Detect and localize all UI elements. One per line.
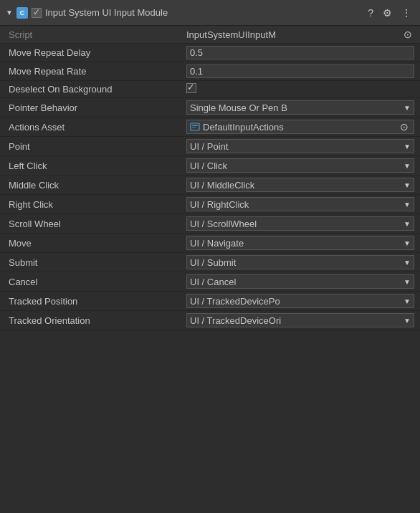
dropdown-arrow-icon-3: ▼ xyxy=(404,104,411,112)
row: Left Click UI / Click ▼ xyxy=(0,156,420,176)
row-label-3: Pointer Behavior xyxy=(9,102,186,113)
row: Right Click UI / RightClick ▼ xyxy=(0,195,420,214)
dropdown-arrow-icon-7: ▼ xyxy=(404,181,411,189)
row-value-7: UI / MiddleClick ▼ xyxy=(186,178,414,192)
row-label-12: Cancel xyxy=(9,277,186,287)
row-value-11: UI / Submit ▼ xyxy=(186,255,414,269)
row-value-1 xyxy=(186,64,414,78)
dropdown-arrow-icon-12: ▼ xyxy=(404,278,411,286)
dropdown-6[interactable]: UI / Click ▼ xyxy=(186,158,414,173)
dropdown-text-11: UI / Submit xyxy=(190,257,401,268)
row: Tracked Orientation UI / TrackedDeviceOr… xyxy=(0,311,420,330)
row-label-1: Move Repeat Rate xyxy=(9,66,186,77)
dropdown-7[interactable]: UI / MiddleClick ▼ xyxy=(186,178,414,192)
svg-rect-2 xyxy=(192,127,196,128)
dropdown-text-8: UI / RightClick xyxy=(190,199,401,210)
row-label-11: Submit xyxy=(9,257,186,268)
row-value-12: UI / Cancel ▼ xyxy=(186,274,414,289)
row-value-13: UI / TrackedDevicePo ▼ xyxy=(186,294,414,308)
row-label-7: Middle Click xyxy=(9,180,186,191)
script-row: Script InputSystemUIInputM ⊙ xyxy=(0,26,420,44)
row-label-2: Deselect On Background xyxy=(9,84,186,95)
dropdown-arrow-icon-5: ▼ xyxy=(404,143,411,150)
dropdown-5[interactable]: UI / Point ▼ xyxy=(186,139,414,153)
dropdown-text-6: UI / Click xyxy=(190,160,401,171)
number-input-0[interactable] xyxy=(186,46,414,59)
row: Tracked Position UI / TrackedDevicePo ▼ xyxy=(0,292,420,311)
row: Move Repeat Rate xyxy=(0,62,420,81)
row-value-8: UI / RightClick ▼ xyxy=(186,197,414,211)
row: Actions Asset DefaultInputActions ⊙ xyxy=(0,118,420,137)
dropdown-3[interactable]: Single Mouse Or Pen B ▼ xyxy=(186,100,414,115)
collapse-arrow-icon[interactable]: ▼ xyxy=(6,9,13,16)
row-value-3: Single Mouse Or Pen B ▼ xyxy=(186,100,414,115)
dropdown-text-5: UI / Point xyxy=(190,141,401,152)
asset-target-button-4[interactable]: ⊙ xyxy=(398,120,411,133)
dropdown-12[interactable]: UI / Cancel ▼ xyxy=(186,274,414,289)
row: Pointer Behavior Single Mouse Or Pen B ▼ xyxy=(0,98,420,118)
help-button[interactable]: ? xyxy=(365,6,376,20)
dropdown-arrow-icon-13: ▼ xyxy=(404,297,411,305)
row: Cancel UI / Cancel ▼ xyxy=(0,272,420,292)
more-options-button[interactable]: ⋮ xyxy=(398,6,414,20)
dropdown-arrow-icon-6: ▼ xyxy=(404,162,411,170)
row-label-14: Tracked Orientation xyxy=(9,315,186,326)
row-label-13: Tracked Position xyxy=(9,296,186,307)
row: Deselect On Background xyxy=(0,81,420,98)
dropdown-text-9: UI / ScrollWheel xyxy=(190,219,401,229)
number-input-1[interactable] xyxy=(186,64,414,78)
dropdown-8[interactable]: UI / RightClick ▼ xyxy=(186,197,414,211)
asset-icon-4 xyxy=(190,122,200,132)
row-label-10: Move xyxy=(9,238,186,249)
row-label-0: Move Repeat Delay xyxy=(9,47,186,58)
row-value-9: UI / ScrollWheel ▼ xyxy=(186,216,414,231)
component-header: ▼ C Input System UI Input Module ? ⚙ ⋮ xyxy=(0,0,420,26)
row-label-4: Actions Asset xyxy=(9,122,186,133)
dropdown-text-14: UI / TrackedDeviceOri xyxy=(190,315,401,326)
dropdown-text-13: UI / TrackedDevicePo xyxy=(190,296,401,307)
svg-rect-1 xyxy=(192,125,198,126)
dropdown-9[interactable]: UI / ScrollWheel ▼ xyxy=(186,216,414,231)
dropdown-text-3: Single Mouse Or Pen B xyxy=(190,102,401,113)
asset-name-4: DefaultInputActions xyxy=(203,122,398,133)
dropdown-text-10: UI / Navigate xyxy=(190,238,401,249)
row-value-14: UI / TrackedDeviceOri ▼ xyxy=(186,313,414,327)
script-label: Script xyxy=(9,29,186,40)
dropdown-13[interactable]: UI / TrackedDevicePo ▼ xyxy=(186,294,414,308)
row-value-0 xyxy=(186,46,414,59)
rows-container: Move Repeat Delay Move Repeat Rate Desel… xyxy=(0,44,420,330)
dropdown-arrow-icon-9: ▼ xyxy=(404,220,411,228)
row: Scroll Wheel UI / ScrollWheel ▼ xyxy=(0,214,420,234)
row-value-2 xyxy=(186,83,414,95)
row-value-5: UI / Point ▼ xyxy=(186,139,414,153)
row-label-6: Left Click xyxy=(9,160,186,171)
row: Move Repeat Delay xyxy=(0,44,420,62)
row-value-6: UI / Click ▼ xyxy=(186,158,414,173)
row-label-8: Right Click xyxy=(9,199,186,210)
dropdown-arrow-icon-10: ▼ xyxy=(404,239,411,247)
component-type-icon: C xyxy=(16,7,28,19)
dropdown-11[interactable]: UI / Submit ▼ xyxy=(186,255,414,269)
script-target-button[interactable]: ⊙ xyxy=(401,28,414,41)
checkbox-input-2[interactable] xyxy=(186,83,196,93)
asset-field-4: DefaultInputActions ⊙ xyxy=(186,120,414,134)
dropdown-text-12: UI / Cancel xyxy=(190,277,401,287)
dropdown-14[interactable]: UI / TrackedDeviceOri ▼ xyxy=(186,313,414,327)
row: Submit UI / Submit ▼ xyxy=(0,253,420,272)
dropdown-arrow-icon-14: ▼ xyxy=(404,317,411,325)
dropdown-arrow-icon-8: ▼ xyxy=(404,201,411,208)
dropdown-10[interactable]: UI / Navigate ▼ xyxy=(186,236,414,250)
dropdown-text-7: UI / MiddleClick xyxy=(190,180,401,191)
row: Move UI / Navigate ▼ xyxy=(0,234,420,253)
component-title: Input System UI Input Module xyxy=(45,7,361,18)
dropdown-arrow-icon-11: ▼ xyxy=(404,259,411,267)
row-value-10: UI / Navigate ▼ xyxy=(186,236,414,250)
row: Middle Click UI / MiddleClick ▼ xyxy=(0,176,420,195)
script-value: InputSystemUIInputM ⊙ xyxy=(186,28,414,41)
row: Point UI / Point ▼ xyxy=(0,137,420,156)
row-label-9: Scroll Wheel xyxy=(9,219,186,229)
settings-button[interactable]: ⚙ xyxy=(380,6,395,20)
row-label-5: Point xyxy=(9,141,186,152)
component-enabled-checkbox[interactable] xyxy=(32,8,42,18)
script-name: InputSystemUIInputM xyxy=(186,29,401,40)
